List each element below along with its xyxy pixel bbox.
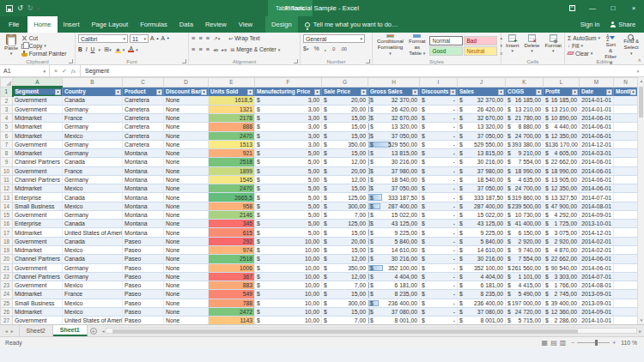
row-header-22[interactable]: 22	[1, 272, 13, 281]
cell-segment[interactable]: Channel Partners	[13, 158, 63, 166]
cell-sale-price[interactable]: $20,00	[322, 166, 368, 175]
cell-gross-sales[interactable]: $37 980,00	[368, 166, 420, 175]
ribbon-tab-file[interactable]: File	[0, 16, 27, 33]
cell-profit[interactable]: $12 360,00	[544, 307, 580, 316]
ribbon-tab-home[interactable]: Home	[27, 16, 57, 33]
cell-sale-price[interactable]: $125,00	[322, 220, 368, 228]
cell-units-sold[interactable]: 788	[209, 299, 255, 307]
cell-discounts[interactable]: $-	[420, 105, 458, 113]
row-header-23[interactable]: 23	[1, 281, 13, 290]
cell-manufacturing-price[interactable]: $10,00	[255, 237, 322, 245]
cell-sales[interactable]: $8 235,00	[458, 290, 506, 299]
cell-manufacturing-price[interactable]: $3,00	[255, 105, 322, 113]
cell-segment[interactable]: Midmarket	[13, 290, 63, 299]
cell-units-sold[interactable]: 2470	[209, 131, 255, 140]
cell-profit[interactable]: $22 662,00	[544, 158, 580, 166]
cell-discounts[interactable]: $-	[420, 237, 458, 245]
table-header-discount-band[interactable]: Discount Band▼	[164, 87, 209, 96]
align-right-icon[interactable]: ≡	[206, 45, 210, 53]
cell-manufacturing-price[interactable]: $3,00	[255, 140, 322, 148]
cell-style-normal[interactable]: Normal	[429, 36, 463, 45]
cell-gross-sales[interactable]: $333 187,50	[368, 193, 420, 202]
cell-country[interactable]: Canada	[63, 158, 123, 166]
cell-sale-price[interactable]: $15,00	[322, 228, 368, 237]
copy-button[interactable]: Copy▾	[21, 42, 67, 49]
cell-sale-price[interactable]: $15,00	[322, 184, 368, 193]
cell-discount-band[interactable]: None	[164, 263, 209, 272]
cell-sales[interactable]: $5 840,00	[458, 237, 506, 245]
cell-country[interactable]: Mexico	[63, 184, 123, 193]
cell-gross-sales[interactable]: $18 540,00	[368, 175, 420, 184]
cell-month[interactable]	[614, 210, 638, 219]
cell-gross-sales[interactable]: $30 216,00	[368, 255, 420, 263]
zoom-level[interactable]: 110 %	[621, 340, 637, 346]
cell-units-sold[interactable]: 292	[209, 237, 255, 245]
expand-formula-bar-icon[interactable]: ▾	[632, 65, 644, 76]
filter-dropdown-icon[interactable]: ▼	[201, 89, 207, 95]
scroll-down-icon[interactable]: ▼	[638, 317, 644, 324]
cell-profit[interactable]: $13 905,00	[544, 175, 580, 184]
cell-manufacturing-price[interactable]: $10,00	[255, 290, 322, 299]
filter-dropdown-icon[interactable]: ▼	[156, 89, 162, 95]
table-header-country[interactable]: Country▼	[63, 87, 123, 96]
cell-segment[interactable]: Channel Partners	[13, 175, 63, 184]
cell-cogs[interactable]: $9 740,00	[506, 246, 544, 255]
cell-discount-band[interactable]: None	[164, 114, 209, 123]
cell-sales[interactable]: $4 404,00	[458, 272, 506, 281]
cell-date[interactable]: 2014-06-01	[580, 166, 614, 175]
cell-cogs[interactable]: $4 635,00	[506, 175, 544, 184]
cell-date[interactable]: 2014-06-01	[580, 123, 614, 131]
cell-manufacturing-price[interactable]: $3,00	[255, 123, 322, 131]
cell-segment[interactable]: Enterprise	[13, 193, 63, 202]
cell-units-sold[interactable]: 2472	[209, 307, 255, 316]
fill-color-button[interactable]: ◆▾	[115, 45, 125, 53]
cell-sales[interactable]: $37 080,00	[458, 307, 506, 316]
filter-dropdown-icon[interactable]: ▼	[412, 89, 418, 95]
cell-gross-sales[interactable]: $13 815,00	[368, 149, 420, 158]
cell-units-sold[interactable]: 2518	[209, 255, 255, 263]
row-header-2[interactable]: 2	[1, 96, 13, 105]
cell-gross-sales[interactable]: $30 216,00	[368, 158, 420, 166]
cell-month[interactable]	[614, 140, 638, 148]
horizontal-scroll-thumb[interactable]	[112, 329, 579, 334]
cell-manufacturing-price[interactable]: $5,00	[255, 228, 322, 237]
cell-units-sold[interactable]: 367	[209, 272, 255, 281]
filter-dropdown-icon[interactable]: ▼	[314, 89, 320, 95]
cell-month[interactable]	[614, 237, 638, 245]
row-header-6[interactable]: 6	[1, 131, 13, 140]
cell-cogs[interactable]: $1 101,00	[506, 272, 544, 281]
cell-sales[interactable]: $333 187,50	[458, 193, 506, 202]
table-header-profit[interactable]: Profit▼	[544, 87, 580, 96]
cell-gross-sales[interactable]: $4 404,00	[368, 272, 420, 281]
cell-segment[interactable]: Channel Partners	[13, 272, 63, 281]
cell-month[interactable]	[614, 246, 638, 255]
row-header-8[interactable]: 8	[1, 149, 13, 158]
cell-manufacturing-price[interactable]: $5,00	[255, 166, 322, 175]
cell-cogs[interactable]: $7 554,00	[506, 158, 544, 166]
column-header-G[interactable]: G	[322, 78, 368, 87]
borders-icon[interactable]: ⊞▾	[104, 45, 112, 53]
cell-units-sold[interactable]: 888	[209, 123, 255, 131]
cell-manufacturing-price[interactable]: $10,00	[255, 246, 322, 255]
cell-sale-price[interactable]: $15,00	[322, 246, 368, 255]
cell-month[interactable]	[614, 158, 638, 166]
table-header-segment[interactable]: Segment▼	[13, 87, 63, 96]
table-header-month[interactable]: Month▼	[614, 87, 638, 96]
cell-sale-price[interactable]: $20,00	[322, 105, 368, 113]
cell-profit[interactable]: $2 920,00	[544, 237, 580, 245]
cell-sale-price[interactable]: $12,00	[322, 272, 368, 281]
cell-units-sold[interactable]: 1899	[209, 166, 255, 175]
sheet-tab-sheet1[interactable]: Sheet1	[53, 325, 88, 336]
cell-product[interactable]: Carretera	[123, 114, 164, 123]
row-header-27[interactable]: 27	[1, 317, 13, 324]
cell-country[interactable]: Mexico	[63, 246, 123, 255]
cell-gross-sales[interactable]: $43 125,00	[368, 220, 420, 228]
cell-segment[interactable]: Midmarket	[13, 123, 63, 131]
cell-segment[interactable]: Government	[13, 263, 63, 272]
align-middle-icon[interactable]: ≡	[198, 34, 202, 42]
cell-country[interactable]: Germany	[63, 140, 123, 148]
cell-profit[interactable]: $3 303,00	[544, 272, 580, 281]
cell-gross-sales[interactable]: $37 080,00	[368, 307, 420, 316]
cell-discount-band[interactable]: None	[164, 281, 209, 290]
cell-gross-sales[interactable]: $14 610,00	[368, 246, 420, 255]
